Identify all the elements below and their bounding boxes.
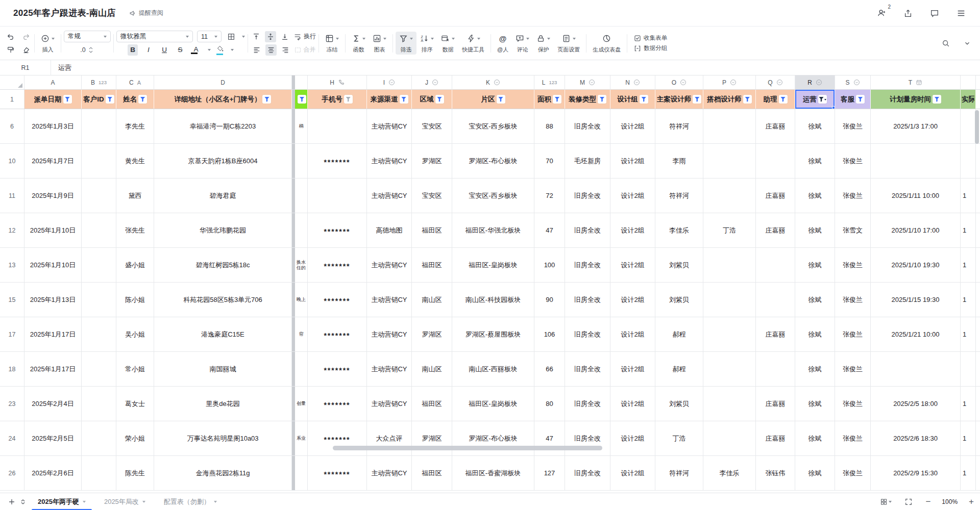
cell[interactable]: 主动营销CY [367,248,412,282]
halign-center-button[interactable] [265,44,277,56]
cell[interactable] [295,456,308,490]
cell[interactable] [82,456,116,490]
column-letter-T[interactable]: T31 [871,75,961,89]
column-header-cell[interactable]: 计划量房时间 [871,90,961,109]
column-letter-P[interactable]: P [703,75,756,89]
cell[interactable] [82,387,116,421]
cell[interactable]: ******* [308,352,367,386]
cell[interactable]: 2025/2/6 18:30 [871,421,961,455]
cell[interactable]: 金海燕花园2栋11g [154,456,292,490]
font-name-select[interactable]: 微软雅黑 [116,31,193,42]
cell[interactable]: 京基天韵府1栋B座6004 [154,144,292,178]
column-header-cell[interactable]: 设计组 [610,90,655,109]
cell[interactable] [871,144,961,178]
cell[interactable]: 李佳乐 [703,456,756,490]
cell[interactable]: 旧房全改 [565,352,610,386]
cell[interactable]: 郝程 [655,352,703,386]
cell[interactable]: 徐斌 [795,178,835,213]
cell[interactable] [82,317,116,351]
sheet-tab[interactable]: 2025年两手硬 [29,493,95,510]
cell[interactable]: 47 [534,213,565,247]
column-header-cell[interactable]: 主案设计师 [655,90,703,109]
cell[interactable]: 盛小姐 [116,248,154,282]
cell[interactable]: 宝安区-西乡板块 [452,109,534,143]
vertical-scrollbar[interactable] [975,91,979,489]
column-header-cell[interactable]: 客服 [835,90,871,109]
cell[interactable]: 庄嘉丽 [756,109,795,143]
cell[interactable]: ******* [308,317,367,351]
bold-button[interactable]: B [128,44,138,56]
cell[interactable]: 黄先生 [116,144,154,178]
collaborators-button[interactable]: 2 [876,8,887,19]
cell[interactable]: 2025年1月10日 [24,213,82,247]
column-letter-D[interactable]: D [154,75,292,89]
cell[interactable]: 主动营销CY [367,283,412,317]
cell[interactable]: 荣小姐 [116,421,154,455]
tab-menu-caret[interactable] [83,501,86,504]
column-letter-Q[interactable]: Q [756,75,795,89]
cell[interactable]: 张俊兰 [835,248,871,282]
cell[interactable]: 设计2组 [610,213,655,247]
cell[interactable]: 福田区-华强北板块 [452,213,534,247]
filter-icon[interactable] [818,95,827,104]
cell[interactable]: 张俊兰 [835,144,871,178]
cell[interactable]: 黛西 [116,178,154,213]
column-letter-narrow[interactable] [295,75,308,89]
cell[interactable] [703,178,756,213]
filter-icon[interactable] [435,95,444,104]
row-number[interactable]: 18 [0,352,24,386]
toolbar-lock-button[interactable]: 保护 [533,32,554,55]
column-letter-J[interactable]: J [412,75,452,89]
cell[interactable]: 科苑花园58区5栋3单元706 [154,283,292,317]
cell[interactable] [82,213,116,247]
cell[interactable]: 吴小姐 [116,317,154,351]
column-header-cell[interactable]: 详细地址（小区名+门牌号） [154,90,292,109]
row-number[interactable]: 24 [0,421,24,455]
cell[interactable]: 福田区 [412,248,452,282]
cell[interactable]: 毛坯新房 [565,144,610,178]
cell[interactable]: 2025/1/21 10:00 [871,317,961,351]
cell[interactable]: 福田区 [412,387,452,421]
column-letter-R[interactable]: R [795,75,835,89]
cell[interactable]: 1 [961,387,976,421]
column-letter-L[interactable]: L123 [534,75,565,89]
cell[interactable]: 丁浩 [703,213,756,247]
cell[interactable] [703,421,756,455]
cell[interactable]: 127 [534,456,565,490]
decimal-stepper[interactable] [87,44,94,56]
toolbar-comment-button[interactable]: 评论 [512,32,533,55]
cell[interactable]: 刘紫贝 [655,387,703,421]
row-number[interactable]: 23 [0,387,24,421]
cell[interactable]: 徐斌 [795,283,835,317]
filter-icon[interactable] [106,95,114,104]
column-letter-M[interactable]: M [565,75,610,89]
cell[interactable] [703,352,756,386]
cell[interactable] [703,144,756,178]
fullscreen-button[interactable] [903,496,914,507]
select-all-corner[interactable] [0,75,24,89]
cell[interactable] [871,352,961,386]
sheet-tab[interactable]: 配置表（勿删） [155,493,226,510]
toolbar-chart-button[interactable]: 图表 [369,32,390,55]
cell[interactable]: 主动营销CY [367,352,412,386]
cell[interactable]: 庄嘉丽 [756,213,795,247]
cell[interactable]: 2025年2月5日 [24,421,82,455]
cell[interactable]: 张雪文 [835,213,871,247]
cell[interactable]: ******* [308,387,367,421]
toolbar-freeze-button[interactable]: 冻结 [322,32,342,55]
column-header-cell[interactable]: 面积 [534,90,565,109]
cell[interactable]: 南山区-西丽板块 [452,352,534,386]
cell[interactable] [82,421,116,455]
cell[interactable] [961,352,976,386]
cell[interactable]: 李佳乐 [655,213,703,247]
cell[interactable]: 葛女士 [116,387,154,421]
cell[interactable]: 港逸豪庭C15E [154,317,292,351]
tab-menu-caret[interactable] [214,501,217,504]
cell[interactable]: 设计2组 [610,456,655,490]
cell[interactable]: 里奥de花园 [154,387,292,421]
filter-icon[interactable] [693,95,701,104]
strikethrough-button[interactable]: S [175,46,185,54]
add-sheet-button[interactable] [6,496,17,507]
sheet-tab[interactable]: 2025年局改 [95,493,155,510]
vertical-scrollbar-thumb[interactable] [975,110,979,144]
